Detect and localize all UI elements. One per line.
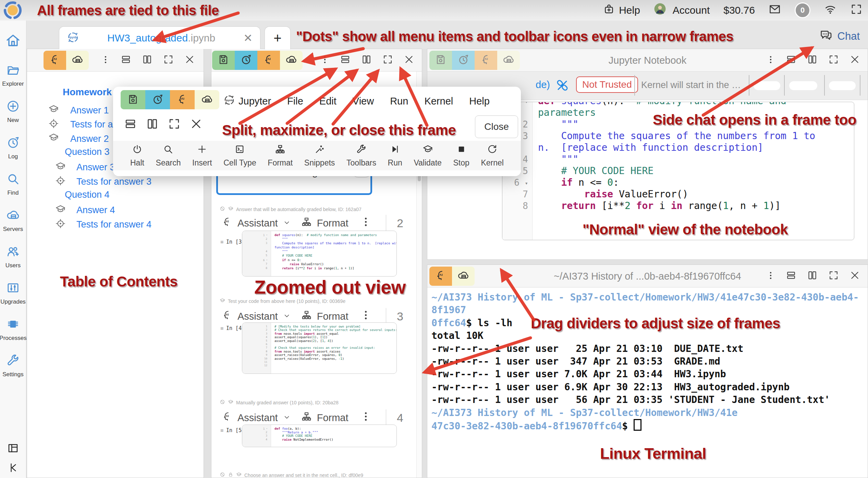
toc-item[interactable]: Answer 1 [48, 104, 109, 117]
chevron-down-icon[interactable] [283, 218, 291, 229]
timetravel-button[interactable] [235, 51, 257, 70]
menu-jupyter[interactable]: ipynbJupyter [223, 94, 271, 108]
split-vertical-icon[interactable] [807, 54, 818, 66]
ai-button[interactable]: AI [170, 90, 195, 109]
tab-hw3-autograded[interactable]: ipynb HW3_autograded.ipynb ✕ [59, 26, 260, 49]
code-editor[interactable]: # [Modify the tests below for your own p… [271, 323, 397, 373]
account-button[interactable]: Account [654, 3, 710, 18]
compute-server-button[interactable] [195, 90, 219, 109]
tool-cell-type[interactable]: Cell Type [223, 144, 256, 168]
tool-run[interactable]: Run [388, 144, 402, 168]
help-button[interactable]: Help [603, 3, 640, 18]
chat-button[interactable]: Chat [819, 28, 860, 45]
save-button[interactable] [429, 51, 452, 70]
toc-item[interactable]: Answer 4 [55, 204, 115, 217]
sidebar-item-home[interactable] [0, 32, 26, 50]
tool-stop[interactable]: Stop [453, 144, 469, 168]
timetravel-button[interactable] [452, 51, 475, 70]
tool-kernel[interactable]: Kernel [481, 144, 503, 168]
code-cell[interactable]: 123456789101112 # [Modify the tests belo… [242, 322, 397, 374]
maximize-frame-icon[interactable] [382, 54, 393, 66]
sidebar-item-settings[interactable]: Settings [0, 349, 26, 382]
kebab-icon[interactable] [360, 217, 371, 230]
maximize-frame-icon[interactable] [828, 54, 839, 66]
split-horizontal-icon[interactable] [786, 54, 796, 66]
sidebar-item-log[interactable]: Log [0, 131, 26, 164]
maximize-frame-icon[interactable] [168, 118, 181, 132]
split-horizontal-icon[interactable] [124, 118, 137, 132]
frame-menu-kebab-icon[interactable] [766, 271, 775, 281]
sidebar-item-explorer[interactable]: Explorer [0, 58, 26, 92]
tool-search[interactable]: Search [156, 144, 181, 168]
terminal-output[interactable]: ~/AI373 History of ML - Sp37-collect/Hom… [431, 291, 859, 432]
menu-file[interactable]: File [287, 96, 303, 107]
sidebar-item-processes[interactable]: Processes [0, 312, 26, 346]
sidebar-item-servers[interactable]: Servers [0, 204, 26, 237]
save-button[interactable] [212, 51, 235, 70]
split-vertical-icon[interactable] [361, 54, 372, 66]
fullscreen-button[interactable] [850, 3, 863, 18]
frame-menu-kebab-icon[interactable] [101, 55, 110, 65]
assistant-button[interactable]: Assistant [237, 218, 278, 229]
close-frame-icon[interactable] [849, 54, 860, 66]
menu-help[interactable]: Help [469, 96, 490, 107]
assistant-button[interactable]: Assistant [237, 311, 278, 322]
format-button[interactable]: Format [317, 218, 349, 229]
maximize-frame-icon[interactable] [163, 54, 174, 66]
sidebar-item-upgrades[interactable]: Upgrades [0, 276, 26, 310]
sidebar-item-new[interactable]: New [0, 95, 26, 128]
kebab-icon[interactable] [360, 411, 371, 424]
close-frame-icon[interactable] [404, 54, 414, 66]
balance-button[interactable]: $30.76 [723, 4, 755, 16]
tool-toolbars[interactable]: Toolbars [346, 144, 376, 168]
tool-insert[interactable]: Insert [192, 144, 212, 168]
broken-link-icon[interactable] [555, 78, 570, 94]
format-button[interactable]: Format [317, 311, 349, 322]
compute-server-button[interactable] [280, 51, 303, 70]
split-horizontal-icon[interactable] [121, 54, 131, 66]
sidebar-item-users[interactable]: Users [0, 240, 26, 273]
compute-server-button[interactable] [497, 51, 520, 70]
split-vertical-icon[interactable] [807, 270, 818, 282]
tab-close-icon[interactable]: ✕ [243, 32, 253, 45]
compute-server-button[interactable] [66, 51, 89, 70]
toc-item[interactable]: Question 4 [48, 189, 110, 200]
layout-panel-button[interactable] [7, 442, 19, 456]
toc-item[interactable]: Answer 3 [55, 161, 115, 174]
ai-button[interactable]: AI [429, 267, 452, 286]
assistant-button[interactable]: Assistant [237, 412, 278, 424]
ai-button[interactable]: AI [257, 51, 280, 70]
split-vertical-icon[interactable] [146, 118, 159, 132]
toc-item[interactable]: Tests for answer 3 [55, 175, 151, 188]
split-vertical-icon[interactable] [142, 54, 152, 66]
toc-item[interactable]: Question 3 [48, 147, 110, 157]
split-horizontal-icon[interactable] [340, 54, 351, 66]
messages-button[interactable] [769, 3, 781, 18]
ai-button[interactable]: AI [475, 51, 497, 70]
close-frame-icon[interactable] [190, 118, 203, 132]
close-frame-icon[interactable] [849, 270, 860, 282]
kebab-icon[interactable] [360, 310, 371, 323]
timetravel-button[interactable] [145, 90, 170, 109]
ai-button[interactable]: AI [44, 51, 66, 70]
compute-server-button[interactable] [452, 267, 475, 286]
tool-halt[interactable]: Halt [130, 144, 144, 168]
code-cell[interactable]: 1 ▾234 def foo(a, b): """Return a + b.""… [242, 425, 397, 447]
not-trusted-badge[interactable]: Not Trusted [576, 76, 638, 93]
new-tab-button[interactable]: + [265, 26, 291, 49]
close-frame-icon[interactable] [184, 54, 195, 66]
format-button[interactable]: Format [317, 412, 349, 424]
notifications-badge[interactable]: 0 [795, 2, 810, 18]
collapse-sidebar-button[interactable] [8, 462, 19, 475]
chevron-down-icon[interactable] [283, 311, 291, 322]
menu-view[interactable]: View [353, 96, 374, 107]
sidebar-item-find[interactable]: Find [0, 167, 26, 201]
toc-root-item[interactable]: Homework [63, 87, 112, 98]
menu-run[interactable]: Run [390, 96, 408, 107]
toc-item[interactable]: Tests for answer 4 [55, 218, 151, 231]
frame-menu-kebab-icon[interactable] [766, 55, 775, 65]
tool-validate[interactable]: Validate [414, 144, 441, 168]
tool-snippets[interactable]: Snippets [304, 144, 335, 168]
popup-close-button[interactable]: Close [475, 115, 518, 138]
save-button[interactable] [121, 90, 145, 109]
